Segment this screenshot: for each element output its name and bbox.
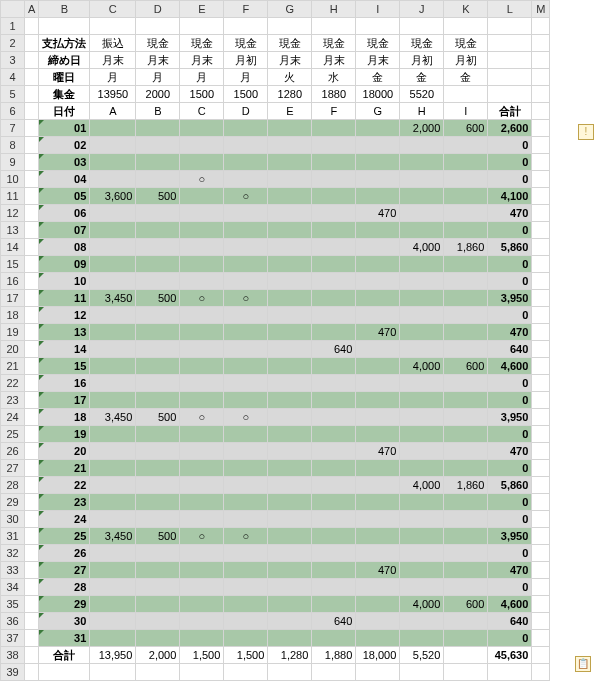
header-I3[interactable]: 月末 — [356, 52, 400, 69]
row-header-35[interactable]: 35 — [1, 596, 25, 613]
cell-F23[interactable] — [224, 392, 268, 409]
cell-A13[interactable] — [25, 222, 39, 239]
header-F5[interactable]: 1500 — [224, 86, 268, 103]
cell-H27[interactable] — [312, 460, 356, 477]
header-G6[interactable]: E — [268, 103, 312, 120]
cell-H9[interactable] — [312, 154, 356, 171]
rowsum-33[interactable]: 470 — [488, 562, 532, 579]
header-C2[interactable]: 振込 — [90, 35, 136, 52]
day-21[interactable]: 21 — [39, 460, 90, 477]
cell-H26[interactable] — [312, 443, 356, 460]
cell-G33[interactable] — [268, 562, 312, 579]
cell-K29[interactable] — [444, 494, 488, 511]
cell-H32[interactable] — [312, 545, 356, 562]
cell-E19[interactable] — [180, 324, 224, 341]
cell-G18[interactable] — [268, 307, 312, 324]
cell-H18[interactable] — [312, 307, 356, 324]
row-header-5[interactable]: 5 — [1, 86, 25, 103]
header-H3[interactable]: 月末 — [312, 52, 356, 69]
cell-I13[interactable] — [356, 222, 400, 239]
cell-C7[interactable] — [90, 120, 136, 137]
cell-I11[interactable] — [356, 188, 400, 205]
cell-E36[interactable] — [180, 613, 224, 630]
cell-C20[interactable] — [90, 341, 136, 358]
select-all[interactable] — [1, 1, 25, 18]
col-header-G[interactable]: G — [268, 1, 312, 18]
cell-A26[interactable] — [25, 443, 39, 460]
col-header-J[interactable]: J — [400, 1, 444, 18]
cell-M34[interactable] — [532, 579, 550, 596]
col-header-I[interactable]: I — [356, 1, 400, 18]
cell-M20[interactable] — [532, 341, 550, 358]
row-header-2[interactable]: 2 — [1, 35, 25, 52]
rowsum-8[interactable]: 0 — [488, 137, 532, 154]
cell-C1[interactable] — [90, 18, 136, 35]
cell-E20[interactable] — [180, 341, 224, 358]
row-header-9[interactable]: 9 — [1, 154, 25, 171]
cell-D9[interactable] — [136, 154, 180, 171]
col-header-L[interactable]: L — [488, 1, 532, 18]
cell-B39[interactable] — [39, 664, 90, 681]
total-C[interactable]: 13,950 — [90, 647, 136, 664]
day-16[interactable]: 16 — [39, 375, 90, 392]
rowsum-9[interactable]: 0 — [488, 154, 532, 171]
cell-I18[interactable] — [356, 307, 400, 324]
cell-D17[interactable]: 500 — [136, 290, 180, 307]
cell-K20[interactable] — [444, 341, 488, 358]
cell-D27[interactable] — [136, 460, 180, 477]
row-header-7[interactable]: 7 — [1, 120, 25, 137]
cell-H21[interactable] — [312, 358, 356, 375]
cell-G28[interactable] — [268, 477, 312, 494]
header-H6[interactable]: F — [312, 103, 356, 120]
header-F4[interactable]: 月 — [224, 69, 268, 86]
header-C4[interactable]: 月 — [90, 69, 136, 86]
cell-K8[interactable] — [444, 137, 488, 154]
cell-D31[interactable]: 500 — [136, 528, 180, 545]
cell-A19[interactable] — [25, 324, 39, 341]
cell-H19[interactable] — [312, 324, 356, 341]
cell-M5[interactable] — [532, 86, 550, 103]
cell-J14[interactable]: 4,000 — [400, 239, 444, 256]
cell-J7[interactable]: 2,000 — [400, 120, 444, 137]
rowsum-36[interactable]: 640 — [488, 613, 532, 630]
header-C5[interactable]: 13950 — [90, 86, 136, 103]
cell-M9[interactable] — [532, 154, 550, 171]
cell-I33[interactable]: 470 — [356, 562, 400, 579]
day-30[interactable]: 30 — [39, 613, 90, 630]
cell-E30[interactable] — [180, 511, 224, 528]
cell-D8[interactable] — [136, 137, 180, 154]
day-20[interactable]: 20 — [39, 443, 90, 460]
cell-M38[interactable] — [532, 647, 550, 664]
cell-C29[interactable] — [90, 494, 136, 511]
day-25[interactable]: 25 — [39, 528, 90, 545]
cell-J10[interactable] — [400, 171, 444, 188]
header-F2[interactable]: 現金 — [224, 35, 268, 52]
cell-M14[interactable] — [532, 239, 550, 256]
cell-D34[interactable] — [136, 579, 180, 596]
cell-G15[interactable] — [268, 256, 312, 273]
total-G[interactable]: 1,280 — [268, 647, 312, 664]
rowsum-28[interactable]: 5,860 — [488, 477, 532, 494]
cell-H23[interactable] — [312, 392, 356, 409]
row-header-36[interactable]: 36 — [1, 613, 25, 630]
cell-E17[interactable]: ○ — [180, 290, 224, 307]
cell-A28[interactable] — [25, 477, 39, 494]
row-header-24[interactable]: 24 — [1, 409, 25, 426]
day-02[interactable]: 02 — [39, 137, 90, 154]
header-I6[interactable]: G — [356, 103, 400, 120]
cell-M3[interactable] — [532, 52, 550, 69]
cell-D22[interactable] — [136, 375, 180, 392]
cell-K35[interactable]: 600 — [444, 596, 488, 613]
cell-J12[interactable] — [400, 205, 444, 222]
cell-J16[interactable] — [400, 273, 444, 290]
cell-G1[interactable] — [268, 18, 312, 35]
col-header-K[interactable]: K — [444, 1, 488, 18]
row-header-15[interactable]: 15 — [1, 256, 25, 273]
cell-G26[interactable] — [268, 443, 312, 460]
row-header-13[interactable]: 13 — [1, 222, 25, 239]
cell-H30[interactable] — [312, 511, 356, 528]
row-header-3[interactable]: 3 — [1, 52, 25, 69]
cell-K19[interactable] — [444, 324, 488, 341]
cell-F15[interactable] — [224, 256, 268, 273]
cell-G12[interactable] — [268, 205, 312, 222]
